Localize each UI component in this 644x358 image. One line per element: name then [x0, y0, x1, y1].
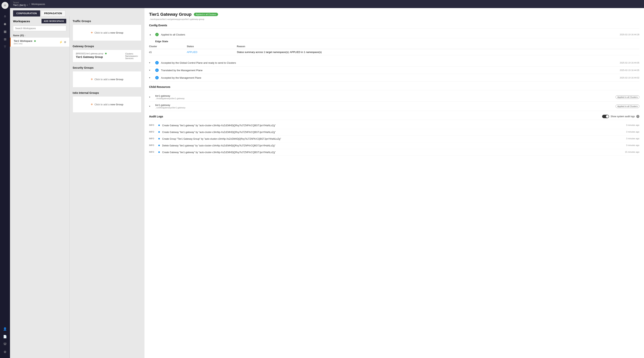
workspace-status-dot: [34, 40, 36, 42]
workspace-settings-icon[interactable]: ⚙: [64, 41, 66, 43]
event-chevron-3[interactable]: ▾: [149, 76, 153, 79]
workspace-item-name: Tier1 Workspace: [14, 39, 36, 42]
nav-tree-icon[interactable]: ⊤: [2, 43, 8, 50]
workspaces-sidebar: Workspaces ADD WORKSPACE Name (ID) ↑: [10, 16, 70, 358]
tenant-selector[interactable]: Tenant Tier1 (tier1) ▾: [13, 1, 28, 6]
event-row-3: ▾ ℹ Accepted by the Management Plane 202…: [149, 74, 640, 82]
breadcrumb-workspaces[interactable]: Workspaces: [31, 3, 45, 5]
event-chevron-1[interactable]: ▾: [149, 61, 153, 64]
edge-col-reason: Reason: [237, 44, 640, 49]
right-panel: Tier1 Gateway Group Applied in all Clust…: [144, 8, 644, 358]
log-dot-4: [158, 151, 160, 153]
event-time-0: 2025-02-19 16:44:28: [620, 33, 640, 36]
svg-point-1: [4, 4, 6, 6]
audit-logs-section: Audit Logs Show system audit logs ? INFO…: [149, 115, 640, 156]
gateway-status-dot: [105, 53, 107, 54]
event-text-2: Translated by the Management Plane: [161, 69, 618, 72]
sort-icon[interactable]: ↑: [25, 34, 26, 37]
edge-col-cluster: Cluster: [149, 44, 187, 49]
gateway-groups-section: Gateway Groups [BRIDGED] tier1-gateway-g…: [72, 45, 142, 62]
config-events-title: Config Events: [149, 24, 640, 29]
nav-user-icon[interactable]: 👤: [2, 325, 8, 332]
log-level-2: INFO: [149, 137, 156, 140]
nav-text-icon[interactable]: Ŵ: [2, 341, 8, 348]
event-chevron-0[interactable]: ▲: [149, 33, 153, 36]
workspace-item-actions: ⚡ ⚙: [59, 41, 66, 43]
log-text-2: Create Group "Tier1 Gateway Group" by "a…: [162, 137, 624, 141]
child-info-1: tier1-gateway ../unifiedgateways/tier1-g…: [155, 104, 613, 109]
gateway-card-name: Tier1 Gateway Group: [76, 55, 107, 58]
dropdown-chevron-icon[interactable]: ▾: [27, 4, 28, 6]
groups-area: Traffic Groups + Click to add a new Grou…: [70, 16, 144, 358]
security-group-add-text: Click to add a new Group: [94, 78, 123, 81]
child-chevron-1[interactable]: ▾: [149, 105, 153, 108]
gateway-services-label: Services:: [125, 57, 138, 59]
breadcrumb-separator: /: [29, 3, 30, 5]
traffic-groups-title: Traffic Groups: [72, 19, 142, 23]
detail-title: Tier1 Gateway Group: [149, 12, 192, 17]
system-audit-toggle[interactable]: [602, 115, 609, 118]
top-bar: Tenant Tier1 (tier1) ▾ / Workspaces: [10, 0, 644, 8]
log-time-4: 15 minutes ago: [625, 151, 640, 153]
tab-propagation[interactable]: PROPAGATION: [41, 10, 65, 16]
child-info-0: tier1-gateway ../installgateways/tier1-g…: [155, 94, 613, 100]
audit-logs-title: Audit Logs: [149, 115, 163, 118]
gateway-card-header: [BRIDGED] tier1-gateway-group Tier1 Gate…: [76, 53, 138, 59]
log-text-3: Delete Gateway "tier1-gateway" by "auto-…: [162, 144, 624, 147]
child-chevron-0[interactable]: ▾: [149, 96, 153, 98]
security-groups-section: Security Groups + Click to add a new Gro…: [72, 66, 142, 87]
workspace-search-input[interactable]: [13, 26, 66, 31]
event-chevron-2[interactable]: ▾: [149, 69, 153, 72]
detail-title-row: Tier1 Gateway Group Applied in all Clust…: [149, 12, 640, 17]
show-system-label: Show system audit logs: [610, 115, 635, 118]
child-row-1: ▾ tier1-gateway ../unifiedgateways/tier1…: [149, 102, 640, 111]
gateway-namespaces-label: Namespaces:: [125, 55, 138, 57]
child-badge-0: Applied in all Clusters: [616, 95, 640, 99]
nav-building-icon[interactable]: ▦: [2, 28, 8, 35]
main-area: Tenant Tier1 (tier1) ▾ / Workspaces CONF…: [10, 0, 644, 358]
app-logo[interactable]: [2, 2, 8, 9]
event-info-icon-3: ℹ: [155, 76, 159, 79]
nav-grid-icon[interactable]: ⊞: [2, 36, 8, 43]
event-text-0: Applied to all Clusters: [161, 33, 618, 36]
workspaces-header: Workspaces ADD WORKSPACE: [10, 16, 69, 26]
tenant-label: Tenant: [13, 1, 28, 4]
edge-state-table: Cluster Status Reason c1 APPLIED Status …: [149, 44, 640, 55]
log-dot-1: [158, 131, 160, 133]
istio-group-add-card[interactable]: + Click to add a new Group: [72, 96, 142, 113]
log-text-4: Create Gateway "tier1-gateway" by "auto-…: [162, 151, 623, 154]
log-level-3: INFO: [149, 144, 156, 146]
event-text-1: Accepted by the Global Control Plane and…: [161, 61, 618, 64]
istio-groups-section: Istio Internal Groups + Click to add a n…: [72, 91, 142, 113]
nav-home-icon[interactable]: ⌂: [2, 13, 8, 19]
log-time-0: 3 minutes ago: [626, 124, 640, 126]
log-time-1: 3 minutes ago: [626, 131, 640, 133]
edge-state-title: Edge State: [149, 38, 640, 44]
workspace-network-icon[interactable]: ⚡: [59, 41, 62, 43]
log-level-1: INFO: [149, 131, 156, 133]
child-resources-title: Child Resources: [149, 85, 640, 90]
event-time-2: 2025-02-19 16:44:05: [620, 69, 640, 71]
nav-document-icon[interactable]: 📄: [2, 333, 8, 340]
child-path-0: ../installgateways/tier1-gateway: [155, 97, 613, 100]
gateway-card-info: [BRIDGED] tier1-gateway-group Tier1 Gate…: [76, 53, 107, 58]
workspace-column-header: Name (ID) ↑: [10, 33, 69, 38]
traffic-groups-section: Traffic Groups + Click to add a new Grou…: [72, 19, 142, 41]
workspaces-area: Workspaces ADD WORKSPACE Name (ID) ↑: [10, 16, 144, 358]
applied-badge: Applied in all Clusters: [194, 13, 218, 16]
workspace-item[interactable]: Tier1 Workspace (tier1-ws) ⚡ ⚙: [10, 38, 69, 47]
traffic-group-add-card[interactable]: + Click to add a new Group: [72, 24, 142, 41]
nav-settings-icon[interactable]: ⚙: [2, 349, 8, 355]
add-workspace-button[interactable]: ADD WORKSPACE: [42, 19, 66, 23]
gateway-clusters-label: Clusters:: [125, 53, 138, 55]
tab-configuration[interactable]: CONFIGURATION: [13, 10, 40, 16]
workspace-item-id: (tier1-ws): [14, 42, 36, 45]
event-info-icon-2: ℹ: [155, 68, 159, 72]
nav-globe-icon[interactable]: ◉: [2, 20, 8, 27]
log-level-0: INFO: [149, 124, 156, 126]
help-icon[interactable]: ?: [636, 115, 640, 118]
log-dot-0: [158, 125, 160, 126]
detail-path: ../workspaces/tier1-ws/gatewaygroups/tie…: [149, 18, 640, 20]
security-group-add-card[interactable]: + Click to add a new Group: [72, 71, 142, 87]
gateway-group-card[interactable]: [BRIDGED] tier1-gateway-group Tier1 Gate…: [72, 50, 142, 62]
